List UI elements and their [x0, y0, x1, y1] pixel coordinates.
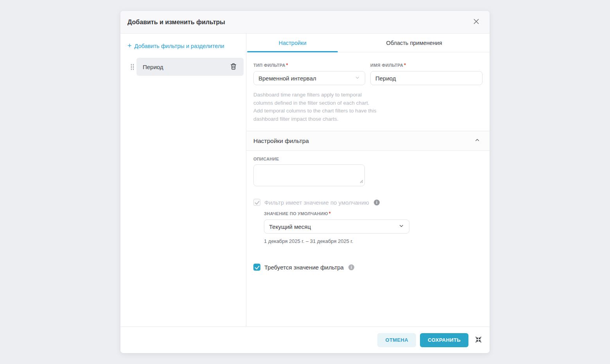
filter-type-help-text: Dashboard time range filters apply to te…	[253, 91, 377, 123]
tab-settings-label: Настройки	[278, 40, 306, 46]
filter-type-label: ТИП ФИЛЬТРА*	[253, 62, 365, 68]
modal-footer: ОТМЕНА СОХРАНИТЬ	[120, 327, 490, 353]
save-button[interactable]: СОХРАНИТЬ	[420, 333, 468, 347]
description-textarea[interactable]	[253, 164, 365, 186]
filter-name-input[interactable]	[370, 71, 483, 85]
default-value-label: ЗНАЧЕНИЕ ПО УМОЛЧАНИЮ*	[264, 211, 483, 216]
filter-name-label: ИМЯ ФИЛЬТРА*	[370, 62, 483, 68]
info-icon[interactable]	[348, 264, 354, 270]
trash-icon	[230, 62, 237, 71]
chevron-up-icon	[474, 137, 480, 145]
add-edit-filters-modal: Добавить и изменить фильтры + Добавить ф…	[120, 11, 490, 353]
default-value-date-range: 1 декабря 2025 г. – 31 декабря 2025 г.	[264, 238, 483, 244]
filter-settings-section-title: Настройки фильтра	[253, 137, 474, 145]
filter-config-panel: Настройки Область применения ТИП ФИЛЬТРА…	[246, 34, 490, 327]
default-value-select-value: Текущий месяц	[269, 223, 398, 230]
collapse-arrows-icon	[475, 336, 482, 344]
default-value-checkbox-label: Фильтр имеет значение по умолчанию	[264, 199, 369, 206]
required-asterisk: *	[404, 62, 406, 68]
add-filters-label: Добавить фильтры и разделители	[135, 43, 224, 49]
filter-item-period[interactable]: Период	[136, 58, 244, 76]
default-value-checkbox-row: Фильтр имеет значение по умолчанию	[253, 199, 483, 206]
modal-body: + Добавить фильтры и разделители Период	[120, 34, 490, 327]
cancel-button[interactable]: ОТМЕНА	[377, 333, 416, 347]
default-value-select[interactable]: Текущий месяц	[264, 219, 409, 234]
tab-scope[interactable]: Область применения	[339, 34, 490, 52]
filter-settings-section-header[interactable]: Настройки фильтра	[246, 131, 490, 151]
filter-list-item: Период	[131, 58, 244, 76]
settings-tab-content: ТИП ФИЛЬТРА* Временной интервал	[246, 52, 490, 327]
required-checkbox-row: Требуется значение фильтра	[253, 264, 483, 271]
close-button[interactable]	[471, 17, 482, 28]
delete-filter-button[interactable]	[229, 62, 238, 71]
collapse-modal-button[interactable]	[473, 335, 483, 345]
filter-type-select[interactable]: Временной интервал	[253, 71, 365, 85]
required-asterisk: *	[286, 62, 288, 68]
filter-required-checkbox-label: Требуется значение фильтра	[264, 264, 344, 271]
modal-title: Добавить и изменить фильтры	[127, 19, 471, 26]
active-tab-underline	[247, 51, 338, 52]
tabbar: Настройки Область применения	[246, 34, 490, 52]
filter-required-checkbox[interactable]	[253, 264, 260, 271]
description-label: ОПИСАНИЕ	[253, 157, 483, 161]
default-value-checkbox[interactable]	[253, 199, 260, 206]
close-icon	[473, 18, 480, 26]
filters-sidebar: + Добавить фильтры и разделители Период	[120, 34, 246, 327]
chevron-down-icon	[398, 223, 404, 230]
modal-header: Добавить и изменить фильтры	[120, 11, 490, 34]
chevron-down-icon	[355, 75, 360, 82]
tab-scope-label: Область применения	[386, 40, 442, 46]
drag-handle-icon[interactable]	[131, 64, 135, 70]
tab-settings[interactable]: Настройки	[246, 34, 339, 52]
filter-type-value: Временной интервал	[258, 75, 355, 82]
add-filters-link[interactable]: + Добавить фильтры и разделители	[120, 43, 246, 49]
filter-item-label: Период	[143, 64, 229, 70]
plus-icon: +	[127, 42, 132, 49]
info-icon[interactable]	[374, 200, 380, 205]
required-asterisk: *	[329, 211, 331, 216]
